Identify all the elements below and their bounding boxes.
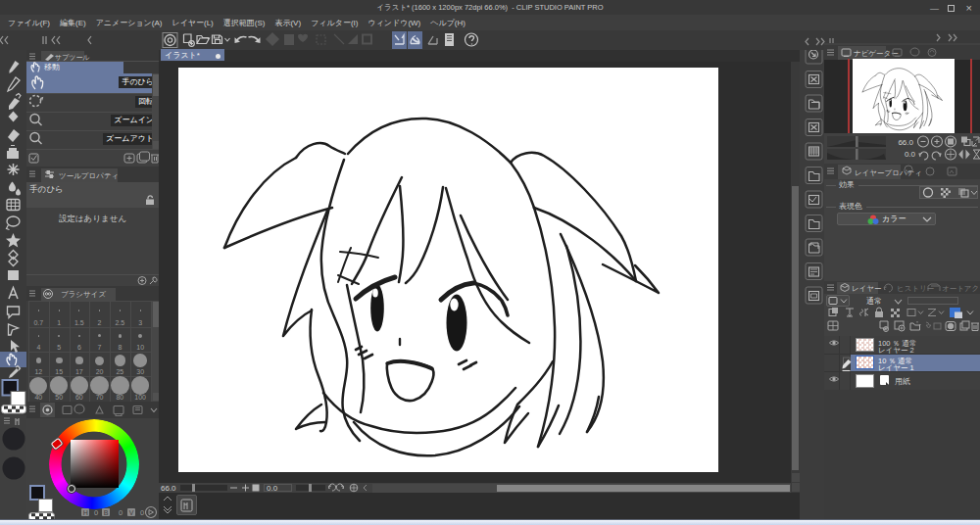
svg-text:0: 0 xyxy=(140,508,144,517)
svg-text:B: B xyxy=(104,509,109,516)
svg-text:0: 0 xyxy=(94,508,98,517)
svg-text:V: V xyxy=(129,509,134,516)
svg-text:0: 0 xyxy=(119,508,122,517)
svg-text:H: H xyxy=(83,509,88,516)
svg-text:ヒストリー: ヒストリー xyxy=(897,284,934,293)
svg-text:オートアクション: オートアクション xyxy=(942,284,980,293)
